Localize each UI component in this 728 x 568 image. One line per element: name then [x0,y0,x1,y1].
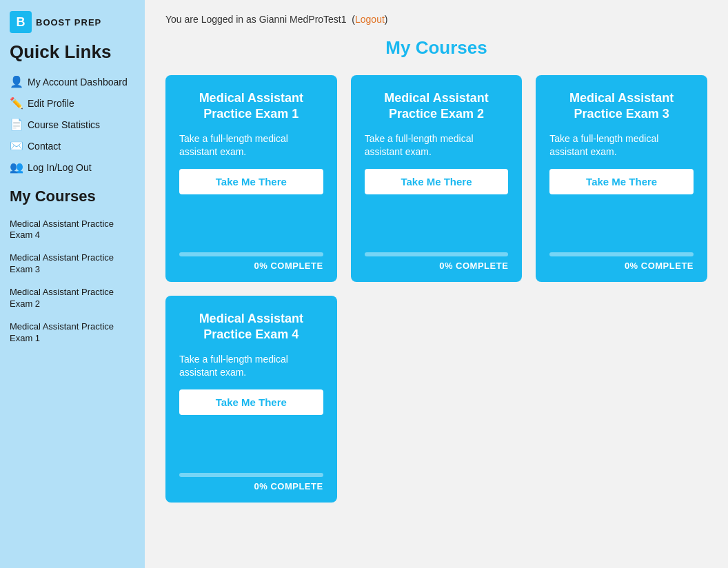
course-title-exam3: Medical Assistant Practice Exam 3 [549,90,694,123]
stats-icon: 📄 [10,118,22,131]
progress-section-exam4: 0% COMPLETE [179,473,323,491]
login-status: You are Logged in as Gianni MedProTest1 … [165,14,707,25]
quick-links-heading: Quick Links [0,39,145,71]
take-me-there-btn-exam1[interactable]: Take Me There [179,169,323,194]
edit-icon: ✏️ [10,97,22,110]
progress-label-exam4: 0% COMPLETE [179,481,323,491]
progress-bar-bg-exam4 [179,473,323,477]
course-card-exam2: Medical Assistant Practice Exam 2 Take a… [351,75,523,282]
progress-bar-bg-exam1 [179,252,323,256]
sidebar-course-exam4[interactable]: Medical Assistant Practice Exam 4 [0,213,145,247]
progress-label-exam2: 0% COMPLETE [365,261,509,271]
sidebar-course-exam3[interactable]: Medical Assistant Practice Exam 3 [0,247,145,281]
course-card-exam1: Medical Assistant Practice Exam 1 Take a… [165,75,337,282]
sidebar-item-label: Log In/Log Out [28,162,92,173]
course-title-exam1: Medical Assistant Practice Exam 1 [179,90,323,123]
sidebar-item-course-statistics[interactable]: 📄 Course Statistics [0,114,145,135]
course-desc-exam2: Take a full-length medical assistant exa… [365,132,509,159]
course-card-exam3: Medical Assistant Practice Exam 3 Take a… [536,75,707,282]
sidebar-course-exam1[interactable]: Medical Assistant Practice Exam 1 [0,316,145,350]
sidebar-item-label: My Account Dashboard [28,77,128,88]
progress-label-exam3: 0% COMPLETE [549,261,694,271]
take-me-there-btn-exam4[interactable]: Take Me There [179,389,323,415]
logo-icon: B [10,11,32,33]
progress-label-exam1: 0% COMPLETE [179,261,323,271]
my-courses-heading: My Courses [0,178,145,212]
account-icon: 👤 [10,75,22,88]
progress-bar-bg-exam2 [365,252,509,256]
page-title: My Courses [165,37,707,59]
sidebar-item-label: Course Statistics [28,119,100,130]
progress-section-exam1: 0% COMPLETE [179,252,323,271]
progress-bar-bg-exam3 [549,252,694,256]
courses-grid-top: Medical Assistant Practice Exam 1 Take a… [165,75,707,282]
logo-text: BOOST PREP [36,17,101,28]
course-desc-exam4: Take a full-length medical assistant exa… [179,353,323,380]
logo-letter: B [17,15,26,30]
course-title-exam2: Medical Assistant Practice Exam 2 [365,90,509,123]
sidebar-item-account-dashboard[interactable]: 👤 My Account Dashboard [0,71,145,92]
logo-container: B BOOST PREP [0,0,145,39]
take-me-there-btn-exam2[interactable]: Take Me There [365,169,509,194]
login-status-text: You are Logged in as Gianni MedProTest1 [165,14,347,25]
take-me-there-btn-exam3[interactable]: Take Me There [549,169,694,194]
sidebar-item-edit-profile[interactable]: ✏️ Edit Profile [0,92,145,114]
course-title-exam4: Medical Assistant Practice Exam 4 [179,311,323,343]
progress-section-exam3: 0% COMPLETE [549,252,694,271]
users-icon: 👥 [10,161,22,174]
logout-link[interactable]: Logout [355,14,385,25]
mail-icon: ✉️ [10,139,22,152]
course-card-exam4: Medical Assistant Practice Exam 4 Take a… [165,296,337,503]
progress-section-exam2: 0% COMPLETE [365,252,509,271]
sidebar-item-contact[interactable]: ✉️ Contact [0,135,145,156]
sidebar-item-label: Contact [28,141,61,152]
course-desc-exam3: Take a full-length medical assistant exa… [549,132,694,159]
sidebar-nav: 👤 My Account Dashboard ✏️ Edit Profile 📄… [0,71,145,178]
sidebar: B BOOST PREP Quick Links 👤 My Account Da… [0,0,145,568]
course-desc-exam1: Take a full-length medical assistant exa… [179,132,323,159]
sidebar-item-label: Edit Profile [28,98,74,109]
main-content: You are Logged in as Gianni MedProTest1 … [145,0,728,568]
sidebar-courses-list: Medical Assistant Practice Exam 4 Medica… [0,213,145,350]
sidebar-item-login-logout[interactable]: 👥 Log In/Log Out [0,156,145,178]
courses-grid-bottom: Medical Assistant Practice Exam 4 Take a… [165,296,707,503]
sidebar-course-exam2[interactable]: Medical Assistant Practice Exam 2 [0,281,145,316]
